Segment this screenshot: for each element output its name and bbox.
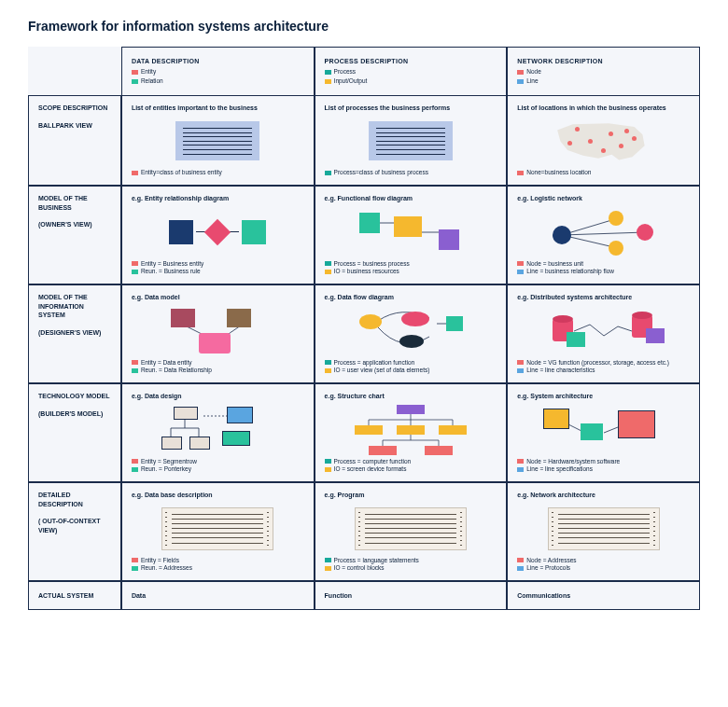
cell-builder-network: e.g. System architecture Node = Hardware… — [507, 383, 700, 482]
swatch-icon — [517, 558, 524, 562]
row-owner-label: MODEL OF THE BUSINESS (OWNER'S VIEW) — [28, 186, 121, 284]
col-process-header: PROCESS DESCRIPTION Process Input/Output — [315, 47, 508, 95]
swatch-icon — [517, 467, 524, 472]
distsys-icon — [517, 306, 690, 356]
swatch-icon — [132, 368, 138, 373]
ffd-icon — [325, 207, 497, 257]
row-owner: MODEL OF THE BUSINESS (OWNER'S VIEW) e.g… — [28, 186, 700, 284]
listing-icon — [325, 504, 497, 554]
cell-designer-network: e.g. Distributed systems architecture No… — [507, 284, 700, 383]
swatch-icon — [517, 459, 524, 464]
struct-chart-icon — [325, 405, 497, 455]
legend-entity: Entity — [132, 68, 304, 76]
row-detailed: DETAILED DESCRIPTION ( OUT-OF-CONTEXT VI… — [28, 482, 700, 581]
col-network-header: NETWORK DESCRIPTION Node Line — [507, 47, 700, 95]
header-empty — [28, 47, 121, 95]
swatch-icon — [132, 171, 138, 175]
cell-scope-data: List of entities important to the busine… — [121, 95, 315, 186]
swatch-icon — [132, 459, 138, 464]
legend-relation: Relation — [132, 77, 304, 86]
swatch-icon — [132, 360, 138, 365]
listing-icon — [517, 504, 690, 554]
doc-lines-icon — [325, 116, 497, 166]
listing-icon — [132, 504, 304, 554]
swatch-teal-icon — [325, 70, 331, 75]
cell-builder-process: e.g. Structure chart Process = computer … — [315, 383, 508, 482]
us-map-icon — [517, 116, 690, 166]
col-data-header: DATA DESCRIPTION Entity Relation — [121, 47, 315, 95]
legend-line: Line — [517, 77, 690, 86]
swatch-icon — [132, 566, 138, 571]
header-row: DATA DESCRIPTION Entity Relation PROCESS… — [28, 47, 700, 95]
swatch-icon — [132, 261, 138, 266]
col-network-title: NETWORK DESCRIPTION — [517, 57, 690, 65]
swatch-icon — [325, 171, 331, 175]
cell-detailed-process: e.g. Program Process = language statemen… — [315, 482, 508, 581]
framework-grid: DATA DESCRIPTION Entity Relation PROCESS… — [28, 47, 700, 610]
swatch-icon — [325, 360, 331, 365]
row-actual: ACTUAL SYSTEM Data Function Communicatio… — [28, 581, 700, 610]
col-process-title: PROCESS DESCRIPTION — [325, 57, 497, 65]
swatch-icon — [517, 261, 524, 266]
swatch-icon — [132, 467, 138, 472]
page-title: Framework for information systems archit… — [28, 19, 700, 34]
swatch-icon — [132, 558, 138, 562]
row-scope-label: SCOPE DESCRIPTION BALLPARK VIEW — [28, 95, 121, 186]
cell-scope-process: List of processes the business performs … — [315, 95, 508, 186]
cell-actual-process: Function — [315, 581, 508, 610]
row-scope: SCOPE DESCRIPTION BALLPARK VIEW List of … — [28, 95, 700, 186]
swatch-icon — [517, 270, 524, 274]
swatch-icon — [517, 566, 524, 571]
swatch-icon — [325, 368, 331, 373]
swatch-icon — [517, 171, 524, 175]
cell-owner-process: e.g. Functional flow diagram Process = b… — [315, 186, 508, 284]
cell-owner-data: e.g. Entity relationship diagram Entity … — [121, 186, 315, 284]
row-designer-label: MODEL OF THE INFORMATION SYSTEM (DESIGNE… — [28, 284, 121, 383]
cell-builder-data: e.g. Data design Entity = Segmentrow Reu… — [121, 383, 315, 482]
row-builder: TECHNOLOGY MODEL (BUILDER'S MODEL) e.g. … — [28, 383, 700, 482]
legend-process: Process — [325, 68, 497, 76]
swatch-icon — [132, 270, 138, 274]
doc-lines-icon — [132, 116, 304, 166]
cell-designer-process: e.g. Data flow diagram Process = applica… — [315, 284, 508, 383]
swatch-icon — [325, 261, 331, 266]
cell-detailed-network: e.g. Network architecture Node = Address… — [507, 482, 700, 581]
cell-designer-data: e.g. Data model Entity = Data entity Reu… — [121, 284, 315, 383]
swatch-icon — [517, 360, 524, 365]
legend-io: Input/Output — [325, 77, 497, 86]
swatch-red-icon — [517, 70, 524, 75]
swatch-icon — [325, 467, 331, 472]
datamodel-icon — [132, 306, 304, 356]
swatch-icon — [517, 368, 524, 373]
swatch-icon — [325, 566, 331, 571]
swatch-icon — [325, 459, 331, 464]
sysarch-icon — [517, 405, 690, 455]
cell-detailed-data: e.g. Data base description Entity = Fiel… — [121, 482, 315, 581]
swatch-red-icon — [132, 70, 138, 75]
row-detailed-label: DETAILED DESCRIPTION ( OUT-OF-CONTEXT VI… — [28, 482, 121, 581]
row-builder-label: TECHNOLOGY MODEL (BUILDER'S MODEL) — [28, 383, 121, 482]
cell-scope-network: List of locations in which the business … — [507, 95, 700, 186]
swatch-icon — [325, 558, 331, 562]
svg-line-3 — [562, 232, 646, 235]
cell-owner-network: e.g. Logistic network Node = business un… — [507, 186, 700, 284]
swatch-green-icon — [132, 79, 138, 84]
col-data-title: DATA DESCRIPTION — [132, 57, 304, 65]
row-designer: MODEL OF THE INFORMATION SYSTEM (DESIGNE… — [28, 284, 700, 383]
swatch-blue-icon — [517, 79, 524, 84]
cell-actual-data: Data — [121, 581, 315, 610]
legend-node: Node — [517, 68, 690, 76]
erd-icon — [132, 207, 304, 257]
datadesign-icon — [132, 405, 304, 455]
dfd-icon — [325, 306, 497, 356]
cell-actual-network: Communications — [507, 581, 700, 610]
swatch-yellow-icon — [325, 79, 331, 84]
row-actual-label: ACTUAL SYSTEM — [28, 581, 121, 610]
logistic-net-icon — [517, 207, 690, 257]
swatch-icon — [325, 270, 331, 274]
